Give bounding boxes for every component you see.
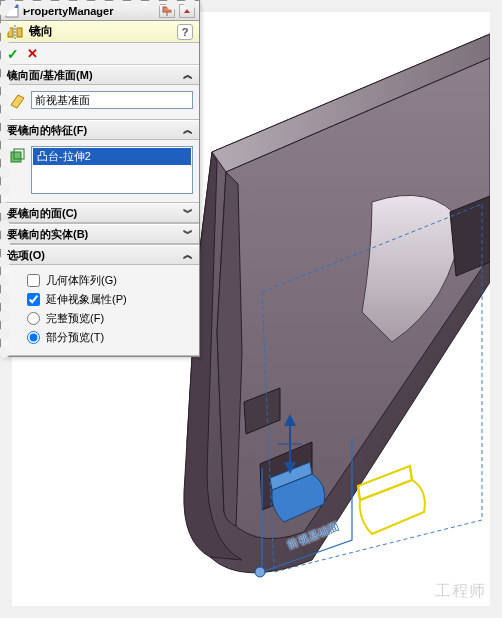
svg-point-38 — [400, 0, 412, 10]
cancel-button[interactable]: ✕ — [27, 46, 38, 61]
svg-point-76 — [0, 580, 10, 592]
svg-point-67 — [0, 418, 10, 430]
pin-button[interactable] — [159, 4, 175, 18]
svg-point-39 — [418, 0, 430, 10]
svg-point-68 — [0, 436, 10, 448]
group-faces: 要镜向的面(C) ︾ — [1, 203, 199, 224]
chevron-down-icon: ︾ — [183, 227, 193, 241]
confirm-row: ✓ ✕ — [1, 43, 199, 65]
svg-rect-11 — [8, 28, 13, 37]
arrow-button[interactable] — [179, 4, 195, 18]
group-title: 要镜向的实体(B) — [7, 227, 183, 242]
svg-point-31 — [274, 0, 286, 10]
help-button[interactable]: ? — [177, 24, 193, 40]
group-header-features[interactable]: 要镜向的特征(F) ︽ — [1, 120, 199, 140]
svg-point-37 — [382, 0, 394, 10]
group-title: 要镜向的面(C) — [7, 206, 183, 221]
svg-point-28 — [220, 0, 232, 10]
svg-rect-8 — [6, 5, 18, 8]
group-title: 要镜向的特征(F) — [7, 123, 183, 138]
group-header-mirror-plane[interactable]: 镜向面/基准面(M) ︽ — [1, 65, 199, 85]
option-label: 部分预览(T) — [46, 330, 104, 345]
feature-item[interactable]: 凸台-拉伸2 — [33, 148, 191, 165]
group-header-options[interactable]: 选项(O) ︽ — [1, 245, 199, 265]
chevron-up-icon: ︽ — [183, 123, 193, 137]
svg-rect-9 — [163, 7, 171, 12]
chevron-up-icon: ︽ — [183, 248, 193, 262]
features-list[interactable]: 凸台-拉伸2 — [31, 146, 193, 194]
svg-point-74 — [0, 544, 10, 556]
feature-selection-icon — [7, 146, 27, 166]
full-preview-radio[interactable] — [27, 312, 40, 325]
option-label: 几何体阵列(G) — [46, 273, 117, 288]
propagate-checkbox[interactable] — [27, 293, 40, 306]
pm-icon — [5, 4, 19, 18]
group-mirror-plane: 镜向面/基准面(M) ︽ 前视基准面 — [1, 65, 199, 120]
svg-point-73 — [0, 526, 10, 538]
group-title: 镜向面/基准面(M) — [7, 68, 183, 83]
group-features: 要镜向的特征(F) ︽ 凸台-拉伸2 — [1, 120, 199, 203]
svg-point-36 — [364, 0, 376, 10]
svg-point-72 — [0, 508, 10, 520]
svg-point-42 — [472, 0, 484, 10]
svg-point-40 — [436, 0, 448, 10]
option-geom-pattern[interactable]: 几何体阵列(G) — [7, 271, 193, 290]
option-partial-preview[interactable]: 部分预览(T) — [7, 328, 193, 347]
svg-point-65 — [0, 382, 10, 394]
svg-point-32 — [292, 0, 304, 10]
watermark: 工程师 — [435, 581, 486, 602]
command-header: 镜向 ? — [1, 21, 199, 43]
svg-point-34 — [328, 0, 340, 10]
group-header-bodies[interactable]: 要镜向的实体(B) ︾ — [1, 224, 199, 244]
geom-pattern-checkbox[interactable] — [27, 274, 40, 287]
svg-point-66 — [0, 400, 10, 412]
pm-titlebar: PropertyManager — [1, 1, 199, 21]
mirror-icon — [7, 24, 23, 40]
svg-point-27 — [202, 0, 214, 10]
svg-point-69 — [0, 454, 10, 466]
property-manager-panel: PropertyManager 镜向 ? ✓ ✕ 镜向面/基准面(M) ︽ 前视… — [0, 0, 200, 357]
svg-point-75 — [0, 562, 10, 574]
pm-title: PropertyManager — [23, 5, 155, 17]
svg-rect-12 — [17, 28, 22, 37]
chevron-down-icon: ︾ — [183, 206, 193, 220]
plane-selection-icon — [7, 91, 27, 111]
svg-point-41 — [454, 0, 466, 10]
group-title: 选项(O) — [7, 248, 183, 263]
option-propagate[interactable]: 延伸视象属性(P) — [7, 290, 193, 309]
svg-point-70 — [0, 472, 10, 484]
svg-point-30 — [256, 0, 268, 10]
chevron-up-icon: ︽ — [183, 68, 193, 82]
svg-line-4 — [358, 486, 360, 500]
svg-point-29 — [238, 0, 250, 10]
option-full-preview[interactable]: 完整预览(F) — [7, 309, 193, 328]
svg-point-33 — [310, 0, 322, 10]
command-name: 镜向 — [29, 23, 171, 40]
mirror-plane-field[interactable]: 前视基准面 — [31, 91, 193, 109]
svg-point-71 — [0, 490, 10, 502]
svg-rect-14 — [11, 152, 21, 162]
option-label: 完整预览(F) — [46, 311, 104, 326]
svg-point-77 — [0, 598, 10, 610]
group-options: 选项(O) ︽ 几何体阵列(G) 延伸视象属性(P) 完整预览(F) 部分预览(… — [1, 245, 199, 356]
svg-line-5 — [410, 466, 412, 480]
svg-point-35 — [346, 0, 358, 10]
option-label: 延伸视象属性(P) — [46, 292, 127, 307]
group-header-faces[interactable]: 要镜向的面(C) ︾ — [1, 203, 199, 223]
partial-preview-radio[interactable] — [27, 331, 40, 344]
svg-point-64 — [0, 364, 10, 376]
ok-button[interactable]: ✓ — [7, 46, 19, 62]
svg-point-43 — [490, 0, 502, 10]
svg-point-6 — [255, 567, 265, 577]
group-bodies: 要镜向的实体(B) ︾ — [1, 224, 199, 245]
